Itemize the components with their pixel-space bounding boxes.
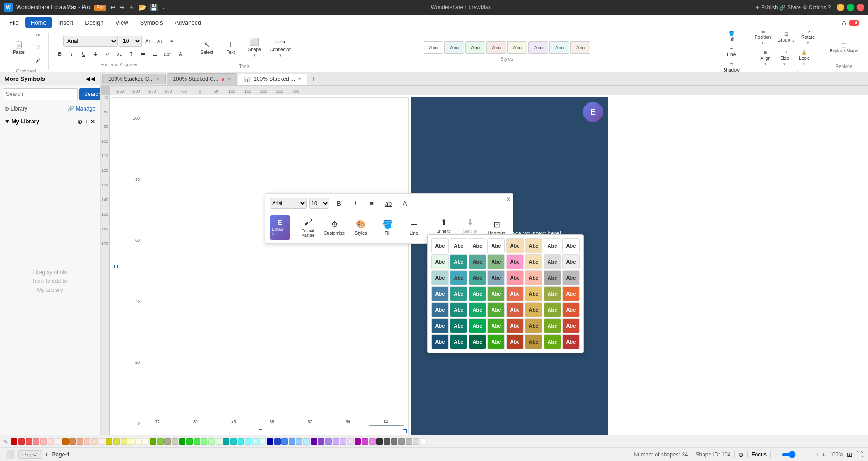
color-swatch-blue4[interactable] — [289, 438, 295, 445]
color-swatch-purple4[interactable] — [333, 438, 339, 445]
sp-cell-1-1[interactable]: Abc — [431, 238, 449, 253]
sp-cell-2-8[interactable]: Abc — [562, 254, 580, 269]
sp-cell-2-7[interactable]: Abc — [544, 254, 561, 269]
copy-btn[interactable]: 📄 — [31, 42, 45, 53]
save-btn[interactable]: 💾 — [150, 4, 158, 11]
tab-0-close[interactable]: ✕ — [156, 77, 160, 82]
color-swatch-gray2[interactable] — [391, 438, 397, 445]
color-swatch-magenta2[interactable] — [362, 438, 368, 445]
sp-cell-1-2[interactable]: Abc — [450, 238, 467, 253]
style-swatch-1[interactable]: Abc — [423, 41, 443, 54]
zoom-out-btn[interactable]: − — [774, 451, 778, 458]
open-btn[interactable]: 📂 — [138, 4, 146, 11]
italic-btn[interactable]: I — [66, 48, 77, 59]
style-swatch-6[interactable]: Abc — [528, 41, 548, 54]
replace-shape-btn[interactable]: ⬚ Replace Shape — [827, 34, 861, 61]
style-swatch-3[interactable]: Abc — [465, 41, 485, 54]
color-swatch-pink2[interactable] — [48, 438, 54, 445]
tab-2-close[interactable]: ✕ — [298, 76, 302, 81]
increase-font-btn[interactable]: A↑ — [143, 36, 153, 47]
close-btn[interactable] — [857, 4, 864, 11]
sp-cell-4-7[interactable]: Abc — [544, 286, 561, 301]
selection-handle-bottom[interactable] — [259, 429, 262, 433]
color-swatch-purple6[interactable] — [347, 438, 354, 445]
color-swatch-blue2[interactable] — [274, 438, 281, 445]
drawing-canvas[interactable]: 100 80 60 40 20 0 72 — [110, 95, 868, 435]
color-swatch-magenta[interactable] — [355, 438, 361, 445]
fullscreen-btn[interactable]: ⛶ — [856, 451, 863, 458]
undo-btn[interactable]: ↩ — [110, 4, 116, 11]
search-btn[interactable]: Search — [79, 88, 101, 100]
menu-view[interactable]: View — [110, 17, 134, 28]
color-swatch-orange2[interactable] — [69, 438, 76, 445]
select-btn[interactable]: ↖ Select — [196, 34, 218, 61]
tab-0[interactable]: 100% Stacked C... ✕ — [102, 74, 166, 84]
sp-cell-2-2[interactable]: Abc — [450, 254, 467, 269]
sp-cell-7-7[interactable]: Abc — [544, 334, 561, 349]
rotate-btn[interactable]: ↺ Rotate ▾ — [799, 31, 817, 47]
ft-close-btn[interactable]: ✕ — [506, 196, 511, 203]
ft-underline-btn[interactable]: ab — [381, 196, 395, 210]
sp-cell-7-5[interactable]: Abc — [506, 334, 524, 349]
color-swatch-peach2[interactable] — [91, 438, 98, 445]
canvas-wrapper[interactable]: -250 -200 -250 -100 -50 0 50 100 150 200… — [101, 86, 868, 435]
sp-cell-2-5[interactable]: Abc — [506, 254, 524, 269]
text-align-btn[interactable]: ≡ — [166, 36, 177, 47]
sp-cell-3-7[interactable]: Abc — [544, 270, 561, 285]
sp-cell-3-4[interactable]: Abc — [487, 270, 505, 285]
more-btn[interactable]: ⌄ — [161, 4, 166, 11]
sp-cell-5-6[interactable]: Abc — [525, 302, 542, 317]
color-swatch-purple5[interactable] — [340, 438, 346, 445]
edraw-ai-btn[interactable]: E — [583, 102, 603, 122]
font-size-select[interactable]: 10 — [119, 36, 142, 47]
decrease-font-btn[interactable]: A↓ — [154, 36, 165, 47]
sp-cell-1-7[interactable]: Abc — [544, 238, 561, 253]
sp-cell-1-8[interactable]: Abc — [562, 238, 580, 253]
ft-italic-btn[interactable]: I — [349, 196, 362, 210]
lock-btn[interactable]: 🔒 Lock ▾ — [795, 48, 813, 68]
menu-home[interactable]: Home — [25, 17, 52, 28]
sp-cell-6-8[interactable]: Abc — [562, 318, 580, 333]
help-btn[interactable]: ? — [828, 5, 831, 10]
sp-cell-7-4[interactable]: Abc — [487, 334, 505, 349]
sp-cell-4-6[interactable]: Abc — [525, 286, 542, 301]
my-library-expand-icon[interactable]: ▼ — [5, 118, 10, 125]
sp-cell-4-5[interactable]: Abc — [506, 286, 524, 301]
tab-1[interactable]: 100% Stacked C... ● ✕ — [167, 73, 237, 85]
add-tab-btn[interactable]: + — [308, 74, 319, 85]
new-btn[interactable]: ＋ — [128, 3, 135, 11]
font-family-select[interactable]: Arial — [63, 36, 118, 47]
selection-handle-left[interactable] — [114, 265, 118, 268]
fit-btn[interactable]: ⊞ — [847, 451, 852, 458]
color-swatch-lime5[interactable] — [208, 438, 215, 445]
ft-align-btn[interactable]: ≡ — [365, 196, 379, 210]
sp-cell-1-6[interactable]: Abc — [525, 238, 542, 253]
bold-btn[interactable]: B — [54, 48, 65, 59]
size-btn[interactable]: ⬚ Size ▾ — [776, 48, 794, 68]
color-swatch-blue[interactable] — [267, 438, 273, 445]
sp-cell-7-8[interactable]: Abc — [562, 334, 580, 349]
underline-btn[interactable]: U — [78, 48, 89, 59]
color-swatch-teal3[interactable] — [238, 438, 244, 445]
sp-cell-3-1[interactable]: Abc — [431, 270, 449, 285]
search-input[interactable] — [3, 88, 78, 100]
style-swatch-7[interactable]: Abc — [549, 41, 569, 54]
ft-size-select[interactable]: 10 — [309, 198, 329, 209]
my-library-share-btn[interactable]: ⊕ — [77, 118, 83, 125]
spacing-btn[interactable]: ab↕ — [161, 48, 174, 59]
align-btn[interactable]: ⊞ Align ▾ — [757, 48, 775, 68]
color-swatch-red3[interactable] — [26, 438, 32, 445]
strikethrough-btn[interactable]: S — [90, 48, 101, 59]
sp-cell-4-2[interactable]: Abc — [450, 286, 467, 301]
ft-format-painter-btn[interactable]: 🖌 FormatPainter — [296, 216, 320, 239]
color-swatch-green3[interactable] — [164, 438, 171, 445]
sp-cell-6-6[interactable]: Abc — [525, 318, 542, 333]
manage-btn[interactable]: 🔗 Manage — [67, 106, 95, 112]
ft-customize-btn[interactable]: ⚙ Customize — [323, 216, 346, 239]
line-btn[interactable]: ─ Line — [722, 45, 741, 58]
sp-cell-6-7[interactable]: Abc — [544, 318, 561, 333]
zoom-slider[interactable] — [782, 451, 818, 458]
maximize-btn[interactable] — [847, 4, 854, 11]
connector-btn[interactable]: ⟿ Connector ▾ — [267, 34, 293, 61]
color-swatch-green[interactable] — [150, 438, 156, 445]
